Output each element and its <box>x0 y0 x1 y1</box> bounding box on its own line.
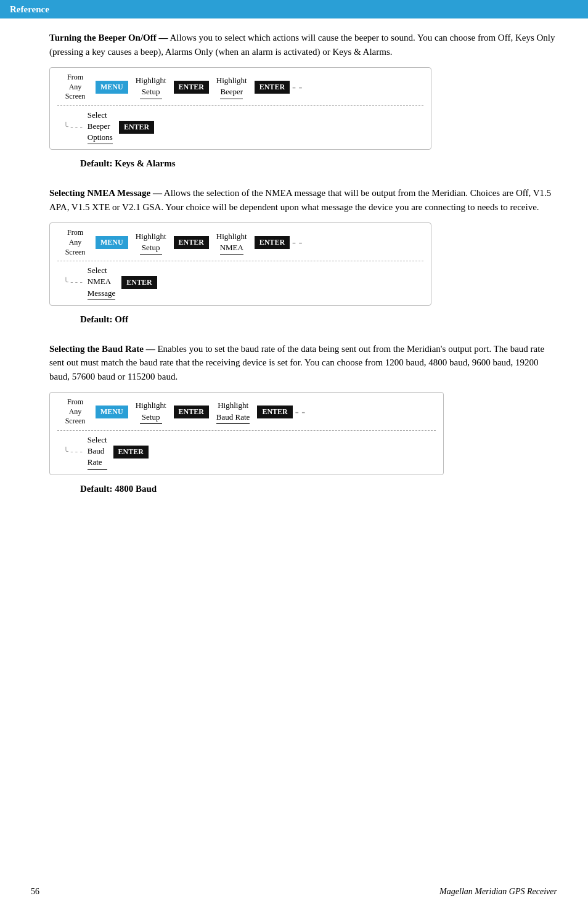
highlight2-bottom-baud: Baud Rate <box>216 412 250 424</box>
highlight2-top-nmea: Highlight <box>216 231 247 242</box>
from-any-screen-beeper: FromAnyScreen <box>57 73 93 102</box>
select-enter-beeper[interactable]: ENTER <box>119 121 154 134</box>
highlight2-bottom-beeper: Beeper <box>220 86 243 99</box>
menu-btn-beeper[interactable]: MENU <box>96 81 128 94</box>
header-bar: Reference <box>0 0 588 18</box>
main-content: Turning the Beeper On/Off — Allows you t… <box>0 31 588 536</box>
select-label-baud: Select Baud Rate <box>88 434 107 470</box>
diagram-beeper-bottom-row: ╰ - - - Select Beeper Options ENTER <box>63 110 423 145</box>
section-beeper-title: Turning the Beeper On/Off — <box>49 33 168 43</box>
diagram-nmea-top-row: FromAnyScreen MENU Highlight Setup ENTER… <box>57 228 423 257</box>
highlight1-nmea: Highlight Setup <box>136 231 166 255</box>
diagram-nmea-bottom-row: ╰ - - - Select NMEA Message ENTER <box>63 265 423 300</box>
section-baud: Selecting the Baud Rate — Enables you to… <box>31 342 557 494</box>
section-baud-text: Selecting the Baud Rate — Enables you to… <box>49 342 557 384</box>
enter1-btn-nmea[interactable]: ENTER <box>174 236 209 249</box>
section-beeper-text: Turning the Beeper On/Off — Allows you t… <box>49 31 557 59</box>
default-nmea-text: Default: Off <box>80 314 128 324</box>
select-action-beeper: Select Beeper Options <box>88 110 113 145</box>
header-label: Reference <box>10 4 49 14</box>
highlight1-top-nmea: Highlight <box>136 231 166 242</box>
highlight2-top-beeper: Highlight <box>216 75 247 86</box>
device-name: Magellan Meridian GPS Receiver <box>439 887 557 897</box>
default-beeper-text: Default: Keys & Alarms <box>80 158 176 168</box>
corner-dashes-beeper: ╰ - - - <box>63 122 83 132</box>
section-nmea-text: Selecting NMEA Message — Allows the sele… <box>49 186 557 214</box>
page-footer: 56 Magellan Meridian GPS Receiver <box>0 881 588 903</box>
default-beeper: Default: Keys & Alarms <box>80 158 508 169</box>
diagram-beeper: FromAnyScreen MENU Highlight Setup ENTER… <box>31 67 557 150</box>
diagram-nmea: FromAnyScreen MENU Highlight Setup ENTER… <box>31 222 557 305</box>
highlight2-beeper: Highlight Beeper <box>216 75 247 99</box>
select-label-beeper: Select Beeper Options <box>88 110 113 145</box>
highlight1-baud: Highlight Setup <box>136 400 166 423</box>
section-baud-title: Selecting the Baud Rate — <box>49 344 155 354</box>
select-action-nmea: Select NMEA Message <box>88 265 116 300</box>
default-baud-text: Default: 4800 Baud <box>80 484 157 494</box>
menu-btn-nmea[interactable]: MENU <box>96 236 128 249</box>
enter2-btn-nmea[interactable]: ENTER <box>255 236 290 249</box>
arrow-right-beeper: - - <box>292 81 303 94</box>
select-label-nmea: Select NMEA Message <box>88 265 116 300</box>
enter2-btn-baud[interactable]: ENTER <box>257 406 292 418</box>
enter2-btn-beeper[interactable]: ENTER <box>255 81 290 94</box>
diagram-baud-bottom-row: ╰ - - - Select Baud Rate ENTER <box>63 434 436 470</box>
highlight2-nmea: Highlight NMEA <box>216 231 247 255</box>
highlight1-top-baud: Highlight <box>136 400 166 411</box>
enter1-btn-beeper[interactable]: ENTER <box>174 81 209 94</box>
select-enter-nmea[interactable]: ENTER <box>121 276 157 289</box>
select-action-baud: Select Baud Rate <box>88 434 107 470</box>
highlight1-bottom-baud: Setup <box>140 412 162 424</box>
section-nmea-title: Selecting NMEA Message — <box>49 188 162 198</box>
select-enter-baud[interactable]: ENTER <box>113 446 149 459</box>
section-nmea: Selecting NMEA Message — Allows the sele… <box>31 186 557 324</box>
diagram-beeper-top-row: FromAnyScreen MENU Highlight Setup ENTER… <box>57 73 423 102</box>
from-any-screen-nmea: FromAnyScreen <box>57 228 93 257</box>
highlight1-top-beeper: Highlight <box>136 75 166 86</box>
page-number: 56 <box>31 887 39 897</box>
diagram-baud: FromAnyScreen MENU Highlight Setup ENTER… <box>31 392 557 475</box>
highlight2-top-baud: Highlight <box>218 400 248 411</box>
default-baud: Default: 4800 Baud <box>80 484 508 494</box>
highlight1-beeper: Highlight Setup <box>136 75 166 99</box>
enter1-btn-baud[interactable]: ENTER <box>174 406 209 418</box>
default-nmea: Default: Off <box>80 314 508 325</box>
highlight2-bottom-nmea: NMEA <box>220 242 243 255</box>
from-any-screen-baud: FromAnyScreen <box>57 397 93 426</box>
section-beeper: Turning the Beeper On/Off — Allows you t… <box>31 31 557 169</box>
highlight1-bottom-nmea: Setup <box>140 242 162 255</box>
diagram-baud-top-row: FromAnyScreen MENU Highlight Setup ENTER… <box>57 397 436 426</box>
highlight1-bottom-beeper: Setup <box>140 86 162 99</box>
highlight2-baud: Highlight Baud Rate <box>216 400 250 423</box>
menu-btn-baud[interactable]: MENU <box>96 406 128 418</box>
